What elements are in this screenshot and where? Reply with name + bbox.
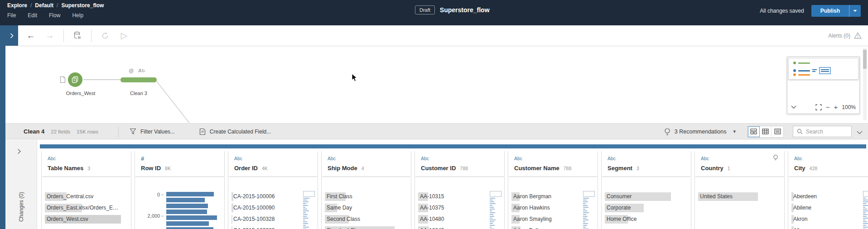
mini-scroll-density-strip[interactable]: [863, 191, 868, 229]
undo-button[interactable]: ←: [25, 30, 36, 41]
field-name[interactable]: Segment: [608, 165, 632, 172]
value-row[interactable]: Akron: [791, 214, 868, 225]
mini-scroll-density-strip[interactable]: [583, 191, 595, 229]
redo-button[interactable]: →: [44, 30, 55, 41]
histogram-bar[interactable]: [166, 204, 208, 208]
minimap-viewport[interactable]: [819, 67, 831, 74]
fit-screen-icon[interactable]: [815, 104, 822, 110]
recommendations-button[interactable]: 3 Recommendations ▾: [664, 128, 736, 136]
mini-scroll-density-strip[interactable]: [303, 191, 315, 229]
value-row[interactable]: Adam Bellavance: [511, 225, 594, 229]
field-type-icon[interactable]: Abc: [48, 156, 56, 161]
expand-changes-button[interactable]: [17, 148, 21, 156]
field-name[interactable]: Country: [701, 165, 723, 172]
value-row[interactable]: AA-10480: [418, 214, 501, 225]
field-card[interactable]: AbcOrder ID4KCA-2015-100006CA-2015-10009…: [228, 151, 318, 229]
field-type-icon[interactable]: Abc: [794, 156, 802, 161]
field-type-icon[interactable]: Abc: [328, 156, 336, 161]
recommendation-bulb-icon[interactable]: [773, 154, 778, 161]
value-row[interactable]: AA-10315: [418, 191, 501, 202]
value-row[interactable]: First Class: [325, 191, 408, 202]
list-view-button[interactable]: [772, 126, 783, 137]
field-card[interactable]: AbcCountry1United States: [694, 151, 785, 229]
field-card[interactable]: AbcCustomer Name788Aaron BergmanAaron Ha…: [508, 151, 598, 229]
mini-scrollbar-thumb[interactable]: [583, 191, 595, 197]
value-row[interactable]: CA-2015-100328: [231, 214, 314, 225]
zoom-out-button[interactable]: −: [826, 104, 830, 110]
mini-scrollbar-thumb[interactable]: [863, 191, 868, 197]
collapse-pane-chevron[interactable]: [857, 128, 863, 136]
field-type-icon[interactable]: Abc: [514, 156, 522, 161]
field-card[interactable]: #Row ID8K02,000: [135, 151, 225, 229]
value-row[interactable]: CA-2015-100090: [231, 202, 314, 214]
chevron-down-icon[interactable]: [791, 105, 796, 109]
value-row[interactable]: AA-10375: [418, 202, 501, 214]
value-row[interactable]: Consumer: [605, 191, 688, 202]
histogram-bar[interactable]: [166, 221, 209, 226]
value-row[interactable]: Second Class: [325, 214, 408, 225]
data-grid-view-button[interactable]: [760, 126, 772, 137]
menu-edit[interactable]: Edit: [28, 12, 37, 19]
field-name[interactable]: City: [794, 165, 805, 172]
field-name[interactable]: Order ID: [234, 165, 258, 172]
value-row[interactable]: Aaron Bergman: [511, 191, 594, 202]
profile-horizontal-scrollbar[interactable]: [40, 144, 866, 148]
menu-file[interactable]: File: [7, 12, 16, 19]
field-card[interactable]: AbcTable Names3Orders_Central.csvOrders_…: [41, 151, 131, 229]
publish-dropdown-button[interactable]: [849, 5, 861, 17]
field-card[interactable]: AbcCity428AberdeenAbileneAkronAlbuquerqu…: [788, 151, 868, 229]
breadcrumb-explore[interactable]: Explore: [7, 2, 27, 9]
zoom-in-button[interactable]: +: [834, 104, 838, 110]
minimap[interactable]: [788, 58, 858, 80]
value-row[interactable]: Corporate: [605, 202, 688, 214]
mini-scrollbar-thumb[interactable]: [490, 191, 502, 197]
breadcrumb-default[interactable]: Default: [35, 2, 53, 9]
value-row[interactable]: Aaron Hawkins: [511, 202, 594, 214]
mini-scroll-density-strip[interactable]: [490, 191, 502, 229]
field-name[interactable]: Row ID: [141, 165, 161, 172]
expand-connections-button[interactable]: [5, 25, 18, 46]
filter-values-button[interactable]: Filter Values...: [130, 128, 175, 135]
field-recommendation[interactable]: [773, 154, 778, 163]
value-row[interactable]: Aberdeen: [791, 191, 868, 202]
input-node-orders-west[interactable]: [68, 72, 82, 87]
scrollbar-thumb[interactable]: [863, 50, 867, 69]
publish-button[interactable]: Publish: [811, 5, 849, 17]
value-row[interactable]: Standard Class: [325, 225, 408, 229]
menu-flow[interactable]: Flow: [49, 12, 60, 19]
field-card[interactable]: AbcCustomer ID788AA-10315AA-10375AA-1048…: [415, 151, 505, 229]
value-row[interactable]: CA-2015-100006: [231, 191, 314, 202]
field-card[interactable]: AbcSegment3ConsumerCorporateHome Office: [601, 151, 691, 229]
field-card[interactable]: AbcShip Mode4First ClassSame DaySecond C…: [321, 151, 411, 229]
pause-data-updates-button[interactable]: [72, 30, 83, 41]
value-row[interactable]: CA-2015-100363: [231, 225, 314, 229]
field-type-icon[interactable]: Abc: [608, 156, 616, 161]
field-type-icon[interactable]: Abc: [701, 156, 709, 161]
canvas-vertical-scrollbar[interactable]: [863, 48, 867, 120]
value-row[interactable]: Abilene: [791, 202, 868, 214]
value-row[interactable]: Albuquerque: [791, 225, 868, 229]
field-name[interactable]: Customer Name: [514, 165, 559, 172]
mini-scrollbar-thumb[interactable]: [303, 191, 315, 197]
value-row[interactable]: Orders_Central.csv: [45, 191, 128, 202]
value-row[interactable]: Same Day: [325, 202, 408, 214]
histogram-bar[interactable]: [166, 192, 214, 196]
search-input[interactable]: [806, 129, 847, 135]
clean-step-node[interactable]: [121, 77, 157, 82]
field-type-icon[interactable]: Abc: [234, 156, 242, 161]
field-name[interactable]: Table Names: [48, 165, 83, 172]
value-row[interactable]: United States: [698, 191, 781, 202]
histogram-bar[interactable]: [166, 210, 207, 214]
create-calculated-field-button[interactable]: Create Calculated Field...: [199, 128, 271, 135]
profile-view-button[interactable]: [748, 126, 760, 137]
run-flow-button[interactable]: ▷: [119, 30, 130, 41]
alerts-indicator[interactable]: Alerts (0): [828, 25, 862, 46]
refresh-button[interactable]: [100, 30, 111, 41]
histogram-bar[interactable]: [166, 198, 205, 202]
menu-help[interactable]: Help: [72, 12, 83, 19]
field-type-icon[interactable]: #: [141, 155, 144, 162]
histogram-bar[interactable]: [166, 227, 213, 229]
field-name[interactable]: Customer ID: [421, 165, 456, 172]
histogram-bar[interactable]: [166, 215, 217, 220]
field-type-icon[interactable]: Abc: [421, 156, 429, 161]
